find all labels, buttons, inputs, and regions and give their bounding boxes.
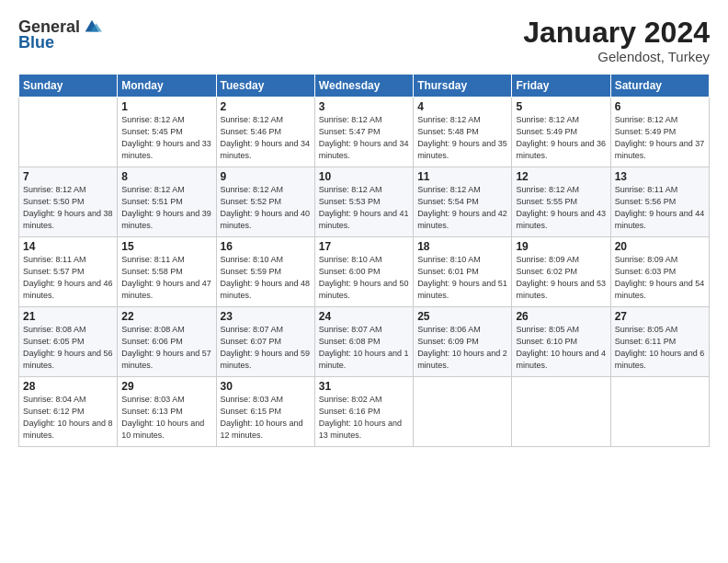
calendar-cell: 24 Sunrise: 8:07 AMSunset: 6:08 PMDaylig… bbox=[314, 307, 413, 377]
header-thursday: Thursday bbox=[414, 75, 512, 98]
day-info: Sunrise: 8:04 AMSunset: 6:12 PMDaylight:… bbox=[23, 395, 113, 440]
calendar-cell: 1 Sunrise: 8:12 AMSunset: 5:45 PMDayligh… bbox=[118, 98, 216, 167]
day-info: Sunrise: 8:12 AMSunset: 5:51 PMDaylight:… bbox=[121, 185, 211, 230]
calendar-cell: 4 Sunrise: 8:12 AMSunset: 5:48 PMDayligh… bbox=[414, 98, 512, 167]
day-info: Sunrise: 8:12 AMSunset: 5:49 PMDaylight:… bbox=[516, 115, 606, 160]
day-info: Sunrise: 8:10 AMSunset: 6:00 PMDaylight:… bbox=[319, 255, 409, 300]
calendar-cell: 13 Sunrise: 8:11 AMSunset: 5:56 PMDaylig… bbox=[610, 167, 709, 237]
calendar-cell: 3 Sunrise: 8:12 AMSunset: 5:47 PMDayligh… bbox=[314, 98, 413, 167]
day-number: 18 bbox=[417, 240, 507, 253]
calendar-cell: 9 Sunrise: 8:12 AMSunset: 5:52 PMDayligh… bbox=[216, 167, 314, 237]
calendar-cell bbox=[414, 377, 512, 447]
header-friday: Friday bbox=[512, 75, 610, 98]
calendar-cell: 29 Sunrise: 8:03 AMSunset: 6:13 PMDaylig… bbox=[118, 377, 216, 447]
calendar-cell: 11 Sunrise: 8:12 AMSunset: 5:54 PMDaylig… bbox=[414, 167, 512, 237]
location-subtitle: Gelendost, Turkey bbox=[523, 49, 710, 64]
day-info: Sunrise: 8:05 AMSunset: 6:11 PMDaylight:… bbox=[615, 325, 705, 370]
day-number: 1 bbox=[121, 100, 211, 113]
logo-blue: Blue bbox=[18, 33, 54, 52]
day-info: Sunrise: 8:09 AMSunset: 6:02 PMDaylight:… bbox=[516, 255, 606, 300]
calendar-cell: 5 Sunrise: 8:12 AMSunset: 5:49 PMDayligh… bbox=[512, 98, 610, 167]
day-number: 24 bbox=[319, 310, 409, 323]
day-info: Sunrise: 8:06 AMSunset: 6:09 PMDaylight:… bbox=[417, 325, 507, 370]
day-info: Sunrise: 8:05 AMSunset: 6:10 PMDaylight:… bbox=[516, 325, 606, 370]
day-number: 6 bbox=[615, 100, 705, 113]
day-number: 10 bbox=[319, 170, 409, 183]
header-saturday: Saturday bbox=[610, 75, 709, 98]
day-number: 15 bbox=[121, 240, 211, 253]
calendar-cell: 16 Sunrise: 8:10 AMSunset: 5:59 PMDaylig… bbox=[216, 237, 314, 307]
title-area: January 2024 Gelendost, Turkey bbox=[523, 17, 710, 64]
day-number: 29 bbox=[121, 380, 211, 393]
day-info: Sunrise: 8:10 AMSunset: 5:59 PMDaylight:… bbox=[221, 255, 311, 300]
calendar-cell: 15 Sunrise: 8:11 AMSunset: 5:58 PMDaylig… bbox=[118, 237, 216, 307]
day-number: 23 bbox=[221, 310, 311, 323]
calendar-cell: 10 Sunrise: 8:12 AMSunset: 5:53 PMDaylig… bbox=[314, 167, 413, 237]
calendar-cell: 8 Sunrise: 8:12 AMSunset: 5:51 PMDayligh… bbox=[118, 167, 216, 237]
day-number: 4 bbox=[417, 100, 507, 113]
page: General Blue January 2024 Gelendost, Tur… bbox=[0, 0, 728, 563]
day-info: Sunrise: 8:12 AMSunset: 5:48 PMDaylight:… bbox=[417, 115, 507, 160]
day-info: Sunrise: 8:10 AMSunset: 6:01 PMDaylight:… bbox=[417, 255, 507, 300]
calendar-cell: 2 Sunrise: 8:12 AMSunset: 5:46 PMDayligh… bbox=[216, 98, 314, 167]
day-number: 14 bbox=[23, 240, 113, 253]
calendar-cell: 30 Sunrise: 8:03 AMSunset: 6:15 PMDaylig… bbox=[216, 377, 314, 447]
day-info: Sunrise: 8:11 AMSunset: 5:57 PMDaylight:… bbox=[23, 255, 113, 300]
day-number: 17 bbox=[319, 240, 409, 253]
day-info: Sunrise: 8:02 AMSunset: 6:16 PMDaylight:… bbox=[319, 395, 402, 440]
calendar-cell: 19 Sunrise: 8:09 AMSunset: 6:02 PMDaylig… bbox=[512, 237, 610, 307]
day-info: Sunrise: 8:07 AMSunset: 6:08 PMDaylight:… bbox=[319, 325, 409, 370]
calendar-cell: 31 Sunrise: 8:02 AMSunset: 6:16 PMDaylig… bbox=[314, 377, 413, 447]
day-number: 11 bbox=[417, 170, 507, 183]
logo: General Blue bbox=[18, 17, 102, 52]
logo-icon bbox=[82, 17, 102, 37]
day-info: Sunrise: 8:08 AMSunset: 6:06 PMDaylight:… bbox=[121, 325, 211, 370]
day-number: 22 bbox=[121, 310, 211, 323]
day-number: 19 bbox=[516, 240, 606, 253]
day-info: Sunrise: 8:11 AMSunset: 5:56 PMDaylight:… bbox=[615, 185, 705, 230]
header-monday: Monday bbox=[118, 75, 216, 98]
day-info: Sunrise: 8:12 AMSunset: 5:49 PMDaylight:… bbox=[615, 115, 705, 160]
calendar-week-3: 14 Sunrise: 8:11 AMSunset: 5:57 PMDaylig… bbox=[19, 237, 710, 307]
day-number: 30 bbox=[221, 380, 311, 393]
day-info: Sunrise: 8:12 AMSunset: 5:55 PMDaylight:… bbox=[516, 185, 606, 230]
day-number: 31 bbox=[319, 380, 409, 393]
calendar-cell: 6 Sunrise: 8:12 AMSunset: 5:49 PMDayligh… bbox=[610, 98, 709, 167]
day-info: Sunrise: 8:12 AMSunset: 5:46 PMDaylight:… bbox=[221, 115, 311, 160]
day-number: 21 bbox=[23, 310, 113, 323]
day-info: Sunrise: 8:11 AMSunset: 5:58 PMDaylight:… bbox=[121, 255, 211, 300]
calendar-week-1: 1 Sunrise: 8:12 AMSunset: 5:45 PMDayligh… bbox=[19, 98, 710, 167]
day-number: 3 bbox=[319, 100, 409, 113]
calendar-cell: 20 Sunrise: 8:09 AMSunset: 6:03 PMDaylig… bbox=[610, 237, 709, 307]
day-number: 26 bbox=[516, 310, 606, 323]
day-info: Sunrise: 8:12 AMSunset: 5:52 PMDaylight:… bbox=[221, 185, 311, 230]
day-info: Sunrise: 8:09 AMSunset: 6:03 PMDaylight:… bbox=[615, 255, 705, 300]
day-number: 9 bbox=[221, 170, 311, 183]
day-number: 27 bbox=[615, 310, 705, 323]
day-number: 25 bbox=[417, 310, 507, 323]
calendar-cell: 22 Sunrise: 8:08 AMSunset: 6:06 PMDaylig… bbox=[118, 307, 216, 377]
header-wednesday: Wednesday bbox=[314, 75, 413, 98]
day-number: 16 bbox=[221, 240, 311, 253]
day-info: Sunrise: 8:12 AMSunset: 5:45 PMDaylight:… bbox=[121, 115, 211, 160]
day-info: Sunrise: 8:12 AMSunset: 5:50 PMDaylight:… bbox=[23, 185, 113, 230]
calendar-cell: 17 Sunrise: 8:10 AMSunset: 6:00 PMDaylig… bbox=[314, 237, 413, 307]
calendar-cell: 26 Sunrise: 8:05 AMSunset: 6:10 PMDaylig… bbox=[512, 307, 610, 377]
calendar-week-5: 28 Sunrise: 8:04 AMSunset: 6:12 PMDaylig… bbox=[19, 377, 710, 447]
calendar-cell bbox=[512, 377, 610, 447]
header-tuesday: Tuesday bbox=[216, 75, 314, 98]
day-number: 28 bbox=[23, 380, 113, 393]
calendar-table: Sunday Monday Tuesday Wednesday Thursday… bbox=[18, 74, 710, 447]
calendar-cell: 12 Sunrise: 8:12 AMSunset: 5:55 PMDaylig… bbox=[512, 167, 610, 237]
calendar-cell: 7 Sunrise: 8:12 AMSunset: 5:50 PMDayligh… bbox=[19, 167, 118, 237]
month-title: January 2024 bbox=[523, 17, 710, 49]
day-info: Sunrise: 8:03 AMSunset: 6:15 PMDaylight:… bbox=[221, 395, 303, 440]
day-number: 20 bbox=[615, 240, 705, 253]
day-number: 5 bbox=[516, 100, 606, 113]
calendar-cell: 28 Sunrise: 8:04 AMSunset: 6:12 PMDaylig… bbox=[19, 377, 118, 447]
calendar-cell: 18 Sunrise: 8:10 AMSunset: 6:01 PMDaylig… bbox=[414, 237, 512, 307]
weekday-header-row: Sunday Monday Tuesday Wednesday Thursday… bbox=[19, 75, 710, 98]
day-number: 12 bbox=[516, 170, 606, 183]
calendar-week-2: 7 Sunrise: 8:12 AMSunset: 5:50 PMDayligh… bbox=[19, 167, 710, 237]
calendar-cell bbox=[19, 98, 118, 167]
